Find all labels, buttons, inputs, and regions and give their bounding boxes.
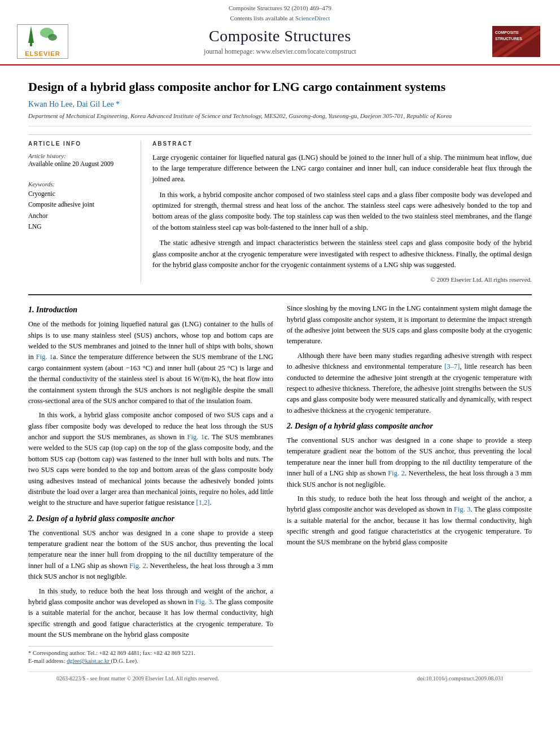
svg-rect-0 <box>30 43 32 46</box>
copyright-text: © 2009 Elsevier Ltd. All rights reserved… <box>152 276 532 283</box>
abstract-para-1: Large cryogenic container for liquefied … <box>152 152 532 185</box>
elsevier-tree-svg <box>27 26 58 47</box>
footer-doi: doi:10.1016/j.compstruct.2009.08.031 <box>417 675 504 682</box>
svg-text:STRUCTURES: STRUCTURES <box>495 37 522 41</box>
section2-right-number: 2. Design of a hybrid glass composite an… <box>287 422 433 430</box>
elsevier-logo-img: ELSEVIER <box>19 26 67 57</box>
footnote-section: * Corresponding author. Tel.: +82 42 869… <box>28 646 273 664</box>
article-title: Design of a hybrid glass composite ancho… <box>28 79 532 95</box>
footnote-email: E-mail address: dglee@kaist.ac.kr (D.G. … <box>28 658 273 664</box>
article-affiliation: Department of Mechanical Engineering, Ko… <box>28 112 532 119</box>
keyword-1: Cryogenic <box>28 189 132 200</box>
section2-para1: The conventional SUS anchor was designed… <box>28 528 273 583</box>
fig1c-link[interactable]: Fig. 1 <box>187 433 205 441</box>
article-content: Design of a hybrid glass composite ancho… <box>0 65 560 685</box>
sciencedirect-link[interactable]: ScienceDirect <box>295 15 330 21</box>
composite-logo-svg: COMPOSITE STRUCTURES <box>492 26 540 57</box>
elsevier-logo: ELSEVIER <box>17 24 68 59</box>
section1-number: 1. Introduction <box>28 305 77 314</box>
composite-logo-box: COMPOSITE STRUCTURES <box>492 26 543 57</box>
col-left: 1. Introduction One of the methods for j… <box>28 303 273 666</box>
contents-text: Contents lists available at <box>230 15 294 21</box>
article-authors: Kwan Ho Lee, Dai Gil Lee * <box>28 100 532 109</box>
ref12-link[interactable]: [1,2] <box>196 499 209 506</box>
section2-para2: In this study, to reduce both the heat l… <box>28 586 273 641</box>
footnote-star: * Corresponding author. Tel.: +82 42 869… <box>28 650 273 656</box>
journal-header-top: Composite Structures 92 (2010) 469–479 <box>0 5 560 11</box>
journal-homepage: journal homepage: www.elsevier.com/locat… <box>68 47 492 56</box>
col-right-para2: Although there have been many studies re… <box>287 351 532 416</box>
article-title-section: Design of a hybrid glass composite ancho… <box>28 65 532 126</box>
body-columns: 1. Introduction One of the methods for j… <box>28 303 532 666</box>
section2-right-heading: 2. Design of a hybrid glass composite an… <box>287 422 532 431</box>
col-right-intro-text: Since sloshing by the moving LNG in the … <box>287 303 532 416</box>
svg-point-3 <box>48 34 57 41</box>
fig2-link[interactable]: Fig. 2 <box>129 562 146 570</box>
section-divider <box>28 294 532 295</box>
page: Composite Structures 92 (2010) 469–479 C… <box>0 0 560 747</box>
section2-text: The conventional SUS anchor was designed… <box>28 528 273 641</box>
footnote-email-note: (D.G. Lee). <box>111 658 138 664</box>
col-right: Since sloshing by the moving LNG in the … <box>287 303 532 666</box>
section1-para1: One of the methods for joining liquefied… <box>28 319 273 407</box>
authors-text: Kwan Ho Lee, Dai Gil Lee * <box>28 100 120 108</box>
article-info: ARTICLE INFO Article history: Available … <box>28 141 141 283</box>
ref37-link[interactable]: [3–7] <box>444 362 460 370</box>
journal-title-center: Composite Structures journal homepage: w… <box>68 27 492 56</box>
fig3-right-link[interactable]: Fig. 3 <box>454 505 470 513</box>
email-link[interactable]: dglee@kaist.ac.kr <box>67 658 111 664</box>
keywords-list: Cryogenic Composite adhesive joint Ancho… <box>28 189 132 233</box>
composite-logo-img: COMPOSITE STRUCTURES <box>492 26 540 57</box>
sciencedirect-label: ScienceDirect <box>295 15 330 21</box>
fig2-right-link[interactable]: Fig. 2 <box>388 469 405 477</box>
elsevier-bird-icon <box>27 26 58 49</box>
section1-text: One of the methods for joining liquefied… <box>28 319 273 508</box>
abstract-para-3: The static adhesive strength and impact … <box>152 238 532 270</box>
section2-right-text: The conventional SUS anchor was designed… <box>287 435 532 548</box>
section1-para2: In this work, a hybrid glass composite a… <box>28 410 273 508</box>
section2-right-para2: In this study, to reduce both the heat l… <box>287 493 532 548</box>
section2-number: 2. Design of a hybrid glass composite an… <box>28 514 174 523</box>
journal-citation: Composite Structures 92 (2010) 469–479 <box>229 5 331 11</box>
footer-left-text: 0263-8223/$ - see front matter © 2009 El… <box>56 675 219 682</box>
journal-header-main: ELSEVIER Composite Structures journal ho… <box>0 24 560 64</box>
footnote-email-label: E-mail address: <box>28 658 65 664</box>
abstract-title: ABSTRACT <box>152 141 532 147</box>
section1-heading: 1. Introduction <box>28 305 273 314</box>
elsevier-logo-box: ELSEVIER <box>17 24 68 59</box>
keyword-2: Composite adhesive joint <box>28 199 132 211</box>
info-abstract-section: ARTICLE INFO Article history: Available … <box>28 134 532 283</box>
fig3-link[interactable]: Fig. 3 <box>195 598 212 606</box>
footnote-email-address: dglee@kaist.ac.kr <box>67 658 110 664</box>
col-right-para1: Since sloshing by the moving LNG in the … <box>287 303 532 347</box>
abstract-text: Large cryogenic container for liquefied … <box>152 152 532 271</box>
journal-name: Composite Structures <box>68 27 492 45</box>
fig1a-link[interactable]: Fig. 1 <box>36 353 53 361</box>
keyword-3: Anchor <box>28 211 132 222</box>
history-value: Available online 20 August 2009 <box>28 160 132 167</box>
footnote-star-text: * Corresponding author. Tel.: +82 42 869… <box>28 650 195 656</box>
elsevier-wordmark: ELSEVIER <box>25 50 60 57</box>
section2-heading: 2. Design of a hybrid glass composite an… <box>28 514 273 523</box>
abstract-section: ABSTRACT Large cryogenic container for l… <box>152 141 532 283</box>
svg-text:COMPOSITE: COMPOSITE <box>495 30 519 34</box>
svg-marker-1 <box>28 26 34 43</box>
history-label: Article history: <box>28 152 132 159</box>
page-footer: 0263-8223/$ - see front matter © 2009 El… <box>28 671 532 685</box>
keywords-label: Keywords: <box>28 181 132 187</box>
abstract-para-2: In this work, a hybrid composite anchor … <box>152 190 532 234</box>
journal-header: Composite Structures 92 (2010) 469–479 C… <box>0 0 560 65</box>
keyword-4: LNG <box>28 221 132 233</box>
article-info-title: ARTICLE INFO <box>28 141 132 147</box>
section2-right-para1: The conventional SUS anchor was designed… <box>287 435 532 490</box>
